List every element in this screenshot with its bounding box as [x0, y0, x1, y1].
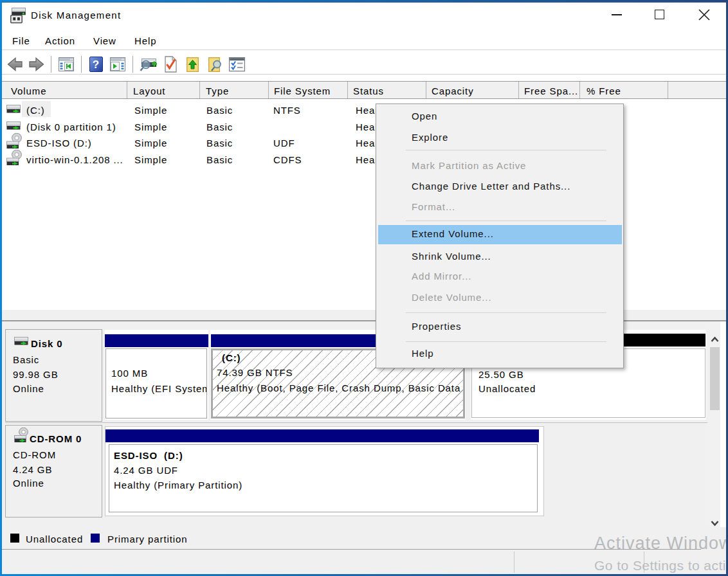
- svg-text:?: ?: [93, 59, 100, 71]
